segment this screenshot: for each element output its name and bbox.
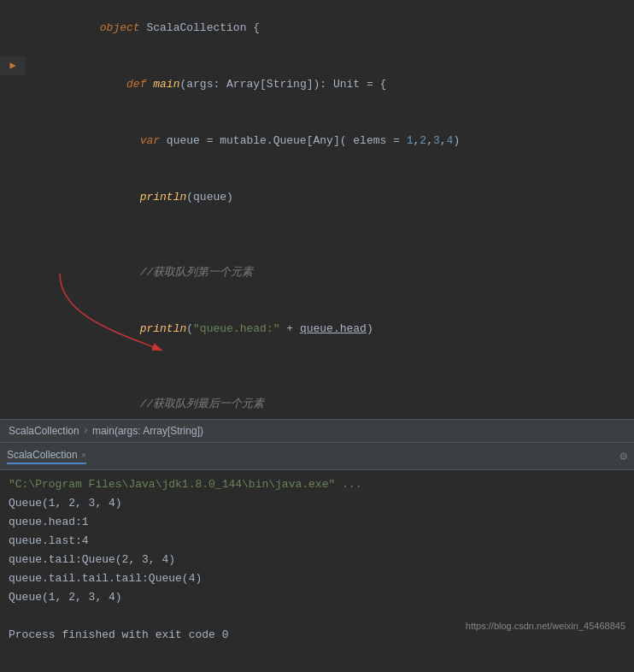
output-tab-close[interactable]: × [81, 450, 86, 460]
output-line: Queue(1, 2, 3, 4) [9, 588, 625, 607]
output-area: "C:\Program Files\Java\jdk1.8.0_144\bin\… [0, 470, 634, 638]
watermark: https://blog.csdn.net/weixin_45468845 [466, 621, 625, 631]
code-line-empty [0, 357, 634, 376]
code-content: println(queue) [26, 169, 634, 226]
breadcrumb-bar: ScalaCollection › main(args: Array[Strin… [0, 419, 634, 443]
code-line: //获取队列第一个元素 [0, 245, 634, 301]
code-line: //获取队列最后一个元素 [0, 376, 634, 419]
code-line: println("queue.head:" + queue.head) [0, 301, 634, 357]
output-panel: ScalaCollection × ⚙ "C:\Program Files\Ja… [0, 443, 634, 638]
code-content [26, 226, 634, 245]
output-line: Queue(1, 2, 3, 4) [9, 494, 625, 513]
arrow-marker: ▶ [9, 56, 15, 75]
editor-area: object ScalaCollection { ▶ def main(args… [0, 0, 634, 419]
code-content: //获取队列最后一个元素 [26, 376, 634, 419]
code-line: var queue = mutable.Queue[Any]( elems = … [0, 113, 634, 169]
code-content: object ScalaCollection { [26, 0, 634, 56]
code-line: object ScalaCollection { [0, 0, 634, 56]
output-line-command: "C:\Program Files\Java\jdk1.8.0_144\bin\… [9, 475, 625, 494]
code-content [26, 357, 634, 376]
code-line-main: ▶ def main(args: Array[String]): Unit = … [0, 56, 634, 113]
output-tab-label: ScalaCollection [7, 449, 78, 461]
code-content: var queue = mutable.Queue[Any]( elems = … [26, 113, 634, 169]
code-content: println("queue.head:" + queue.head) [26, 301, 634, 357]
gutter-arrow: ▶ [0, 56, 26, 75]
code-line: println(queue) [0, 169, 634, 226]
code-content: //获取队列第一个元素 [26, 245, 634, 301]
output-tab[interactable]: ScalaCollection × [7, 449, 86, 464]
code-content: def main(args: Array[String]): Unit = { [26, 56, 634, 113]
output-line: queue.tail.tail.tail:Queue(4) [9, 569, 625, 588]
output-line: queue.last:4 [9, 532, 625, 551]
gear-icon[interactable]: ⚙ [620, 449, 627, 463]
output-line: queue.head:1 [9, 513, 625, 532]
breadcrumb-class: ScalaCollection [9, 425, 79, 437]
code-line-empty [0, 226, 634, 245]
output-header: ScalaCollection × ⚙ [0, 443, 634, 470]
breadcrumb-separator: › [83, 425, 89, 437]
breadcrumb-method: main(args: Array[String]) [92, 425, 203, 437]
output-line: queue.tail:Queue(2, 3, 4) [9, 551, 625, 569]
